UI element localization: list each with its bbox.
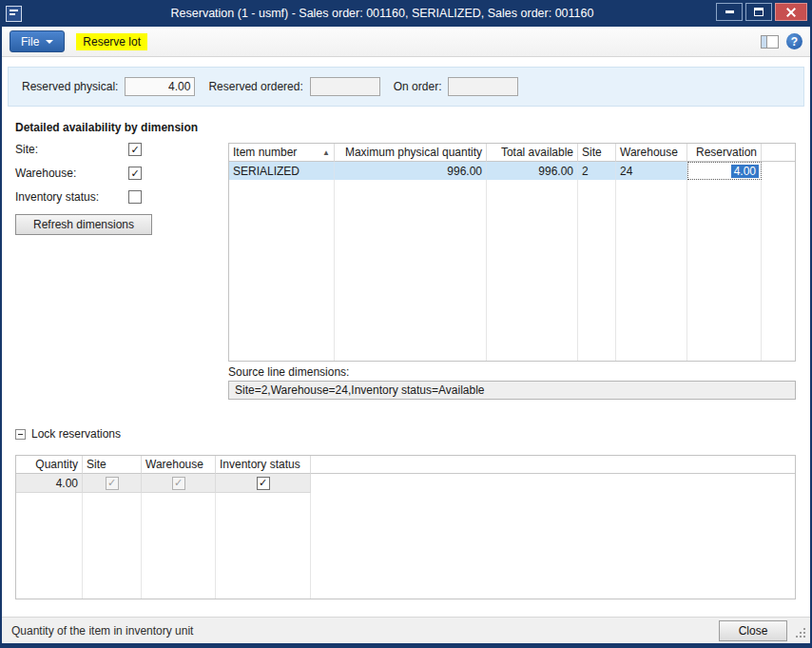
lock-row-filler xyxy=(311,474,795,493)
column-header-site[interactable]: Site xyxy=(578,144,616,162)
reserved-physical-label: Reserved physical: xyxy=(22,80,118,93)
grid-filler xyxy=(578,180,616,361)
help-icon[interactable]: ? xyxy=(786,33,802,49)
availability-grid: Item number ▲ Maximum physical quantity … xyxy=(228,143,796,362)
lock-reservations-title: Lock reservations xyxy=(31,427,121,441)
lock-cell-warehouse xyxy=(142,474,216,493)
on-order-group: On order: xyxy=(394,77,519,96)
warehouse-filter-checkbox[interactable] xyxy=(128,167,142,180)
maximize-icon xyxy=(754,8,764,16)
site-filter-row: Site: xyxy=(15,142,142,157)
file-menu-label: File xyxy=(21,35,39,49)
inventory-status-filter-checkbox[interactable] xyxy=(128,190,142,204)
cell-reservation-edit[interactable]: 4.00 xyxy=(687,162,762,180)
reserved-ordered-field[interactable] xyxy=(310,77,380,96)
cell-row-filler xyxy=(762,162,795,180)
lock-warehouse-checkbox xyxy=(172,477,185,490)
minimize-icon xyxy=(725,10,734,13)
column-header-item-number-label: Item number xyxy=(233,146,297,159)
status-text: Quantity of the item in inventory unit xyxy=(11,624,193,638)
cell-max-physical-quantity[interactable]: 996.00 xyxy=(335,162,487,180)
column-header-max-physical-quantity[interactable]: Maximum physical quantity xyxy=(335,144,487,162)
reserved-ordered-group: Reserved ordered: xyxy=(208,77,379,96)
reserved-ordered-label: Reserved ordered: xyxy=(208,80,302,93)
grid-filler xyxy=(687,180,762,361)
lock-column-header-inventory-status[interactable]: Inventory status xyxy=(216,456,311,474)
column-header-warehouse[interactable]: Warehouse xyxy=(616,144,687,162)
cell-site[interactable]: 2 xyxy=(578,162,616,180)
layout-pane-icon[interactable] xyxy=(761,35,779,49)
window-title: Reservation (1 - usmf) - Sales order: 00… xyxy=(59,7,706,20)
on-order-label: On order: xyxy=(394,80,442,93)
refresh-dimensions-button[interactable]: Refresh dimensions xyxy=(15,214,152,235)
warehouse-filter-row: Warehouse: xyxy=(15,166,142,181)
chevron-down-icon xyxy=(46,40,53,44)
column-header-item-number[interactable]: Item number ▲ xyxy=(229,144,335,162)
file-menu-button[interactable]: File xyxy=(10,30,65,52)
form-content: Reserved physical: 4.00 Reserved ordered… xyxy=(2,57,810,617)
lock-grid-filler xyxy=(83,493,142,599)
on-order-field[interactable] xyxy=(448,77,518,96)
reserved-physical-group: Reserved physical: 4.00 xyxy=(22,77,195,96)
lock-grid-filler xyxy=(16,493,83,599)
collapse-icon[interactable] xyxy=(15,429,26,440)
window-client-area: File Reserve lot ? Reserved physical: 4.… xyxy=(2,27,810,643)
lock-cell-inventory-status xyxy=(216,474,311,493)
warehouse-filter-label: Warehouse: xyxy=(15,167,76,180)
lock-grid-filler xyxy=(311,493,795,599)
lock-column-header-filler xyxy=(311,456,795,474)
cell-warehouse[interactable]: 24 xyxy=(616,162,687,180)
lock-cell-site xyxy=(83,474,142,493)
lock-site-checkbox xyxy=(106,477,119,490)
source-line-dimensions-label: Source line dimensions: xyxy=(228,365,349,379)
column-header-filler xyxy=(762,144,795,162)
lock-grid-filler xyxy=(142,493,216,599)
lock-inventory-status-checkbox[interactable] xyxy=(257,477,270,490)
window-controls xyxy=(716,3,807,21)
minimize-button[interactable] xyxy=(716,3,743,21)
column-header-total-available[interactable]: Total available xyxy=(487,144,578,162)
menu-item-reserve-lot[interactable]: Reserve lot xyxy=(76,33,147,50)
inventory-status-filter-row: Inventory status: xyxy=(15,189,142,205)
menubar: File Reserve lot ? xyxy=(2,27,810,57)
statusbar: Quantity of the item in inventory unit C… xyxy=(2,617,810,643)
menubar-right-icons: ? xyxy=(761,33,802,49)
lock-reservations-grid: Quantity Site Warehouse Inventory status… xyxy=(15,455,796,599)
inventory-status-filter-label: Inventory status: xyxy=(15,190,99,204)
resize-grip-icon[interactable] xyxy=(803,636,805,638)
cell-total-available[interactable]: 996.00 xyxy=(487,162,578,180)
lock-grid-filler xyxy=(216,493,311,599)
grid-filler xyxy=(335,180,487,361)
reservation-window: Reservation (1 - usmf) - Sales order: 00… xyxy=(0,0,812,648)
maximize-button[interactable] xyxy=(745,3,772,21)
titlebar[interactable]: Reservation (1 - usmf) - Sales order: 00… xyxy=(2,0,810,27)
source-line-dimensions-value: Site=2,Warehouse=24,Inventory status=Ava… xyxy=(228,381,796,400)
grid-filler xyxy=(762,180,795,361)
grid-filler xyxy=(616,180,687,361)
close-button[interactable]: Close xyxy=(719,620,787,641)
site-filter-label: Site: xyxy=(15,143,38,156)
reserved-physical-field[interactable]: 4.00 xyxy=(125,77,195,96)
grid-filler xyxy=(487,180,578,361)
lock-cell-quantity[interactable]: 4.00 xyxy=(16,474,83,493)
column-header-reservation[interactable]: Reservation xyxy=(687,144,762,162)
lock-column-header-warehouse[interactable]: Warehouse xyxy=(142,456,216,474)
detailed-availability-title: Detailed availability by dimension xyxy=(15,121,198,134)
lock-column-header-quantity[interactable]: Quantity xyxy=(16,456,83,474)
app-icon xyxy=(6,6,22,22)
close-window-button[interactable] xyxy=(775,3,807,21)
sort-ascending-icon: ▲ xyxy=(322,148,330,157)
lock-reservations-header: Lock reservations xyxy=(15,427,121,441)
lock-column-header-site[interactable]: Site xyxy=(83,456,142,474)
reservation-selected-text: 4.00 xyxy=(731,165,759,178)
site-filter-checkbox[interactable] xyxy=(128,143,142,156)
cell-item-number[interactable]: SERIALIZED xyxy=(229,162,335,180)
grid-filler xyxy=(229,180,335,361)
close-icon xyxy=(785,7,797,18)
summary-strip: Reserved physical: 4.00 Reserved ordered… xyxy=(8,67,804,107)
